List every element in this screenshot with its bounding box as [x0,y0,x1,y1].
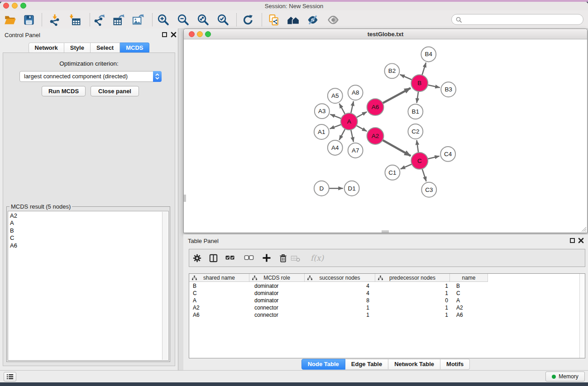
table-cell: A6 [452,311,490,319]
table-cell: dominator [250,282,306,290]
optimization-select[interactable]: largest connected component (directed) [19,71,162,82]
table-cell: 1 [306,311,377,319]
hide-graphics-details-button[interactable] [305,12,320,28]
toolbar-separator [90,13,90,26]
network-window-titlebar[interactable]: testGlobe.txt [184,29,587,39]
add-row-button[interactable] [260,251,273,265]
toolbar-separator [236,13,237,26]
table-float-button[interactable] [570,238,575,243]
toolbar-separator [152,13,153,26]
mcds-result-item[interactable]: C [10,234,168,242]
import-table-icon [69,14,81,26]
table-cell: 8 [306,297,377,304]
eye-icon [327,14,339,26]
network-overview-button[interactable] [286,12,301,28]
function-builder-button[interactable]: f(x) [309,251,327,265]
table-cell: A6 [189,311,250,319]
table-tab-network-table[interactable]: Network Table [388,359,440,370]
main-toolbar [0,10,588,29]
list-icon [7,374,14,380]
graph-node-label: A4 [331,144,339,151]
maximize-button[interactable] [20,3,26,9]
zoom-selected-button[interactable] [215,12,231,28]
table-tab-motifs[interactable]: Motifs [440,359,470,370]
open-file-button[interactable] [2,12,18,28]
tab-network[interactable]: Network [29,43,64,53]
network-canvas[interactable]: AA1A2A3A4A5A6A7A8BB1B2B3B4CC1C2C3C4DD1 [184,40,587,233]
graph-node-label: C2 [411,128,419,135]
graph-node-label: C1 [388,169,396,176]
table-row[interactable]: Adominator80A [189,297,579,304]
table-row[interactable]: Bdominator41B [189,282,579,290]
graph-node-label: A1 [318,129,325,135]
table-settings-button[interactable] [190,251,204,265]
mcds-result-item[interactable]: B [10,227,168,234]
float-panel-button[interactable] [162,32,167,37]
zoom-in-button[interactable] [156,12,171,28]
column-header-successor-nodes[interactable]: successor nodes [305,274,375,282]
column-header-MCDS-role[interactable]: MCDS role [249,274,305,282]
delete-row-button[interactable] [276,251,290,265]
table-row[interactable]: A6connector11A6 [189,311,579,319]
search-input[interactable] [464,15,583,24]
export-table-button[interactable] [111,12,126,28]
refresh-button[interactable] [240,12,256,28]
graph-node-label: A7 [352,147,359,154]
tab-select[interactable]: Select [91,43,120,53]
graph-node-label: C [417,157,422,164]
network-close-button[interactable] [189,31,195,37]
minimize-button[interactable] [12,3,18,9]
table-row[interactable]: Cdominator41C [189,290,579,297]
table-tab-edge-table[interactable]: Edge Table [345,359,388,370]
close-panel-button[interactable]: Close panel [91,86,139,96]
close-button[interactable] [3,3,9,9]
table-cell: A2 [189,304,250,311]
memory-button[interactable]: Memory [545,372,585,381]
optimization-criterion-label: Optimization criterion: [3,60,175,67]
zoom-fit-icon [197,14,210,26]
table-cell: 0 [377,297,452,304]
mcds-list-scrollbar[interactable] [162,212,168,360]
export-image-button[interactable] [130,12,146,28]
horizontal-scroll-nub[interactable] [382,230,389,233]
zoom-out-button[interactable] [176,12,191,28]
resize-grip-icon[interactable] [581,227,587,232]
export-network-button[interactable] [91,12,107,28]
table-body: Bdominator41BCdominator41CAdominator80AA… [189,282,579,319]
mcds-result-item[interactable]: A2 [10,212,168,219]
mcds-result-list[interactable]: A2ABCA6 [8,211,169,361]
show-panels-button[interactable] [4,372,16,381]
delete-table-button[interactable] [289,251,302,265]
show-graphics-details-button[interactable] [325,12,341,28]
table-row[interactable]: A2connector11A2 [189,304,579,311]
table-cell: connector [250,304,306,311]
show-columns-button[interactable] [206,251,220,265]
tab-style[interactable]: Style [64,43,91,53]
select-all-button[interactable] [223,251,237,265]
column-header-name[interactable]: name [450,274,488,282]
import-table-button[interactable] [67,12,83,28]
vertical-scroll-nub[interactable] [184,195,186,202]
import-network-button[interactable] [47,12,62,28]
column-header-shared-name[interactable]: shared name [189,274,249,282]
table-close-icon[interactable] [578,238,584,243]
network-graph[interactable]: AA1A2A3A4A5A6A7A8BB1B2B3B4CC1C2C3C4DD1 [184,40,587,233]
mcds-result-item[interactable]: A [10,219,168,227]
network-minimize-button[interactable] [197,31,203,37]
table-tab-node-table[interactable]: Node Table [301,359,345,370]
close-panel-icon[interactable] [171,32,177,38]
deselect-all-button[interactable] [242,251,256,265]
table-cell: dominator [250,290,306,297]
zoom-fit-button[interactable] [196,12,211,28]
tab-mcds[interactable]: MCDS [120,43,149,53]
run-mcds-button[interactable]: Run MCDS [42,86,86,96]
save-button[interactable] [21,12,37,28]
graph-node-label: A8 [352,89,359,96]
network-maximize-button[interactable] [205,31,211,37]
zoom-out-icon [177,14,190,26]
mcds-result-item[interactable]: A6 [10,242,168,249]
column-header-predecessor-nodes[interactable]: predecessor nodes [375,274,450,282]
table-scrollbar[interactable] [579,274,585,358]
clone-network-button[interactable] [266,12,282,28]
graph-node-label: B1 [412,108,419,115]
